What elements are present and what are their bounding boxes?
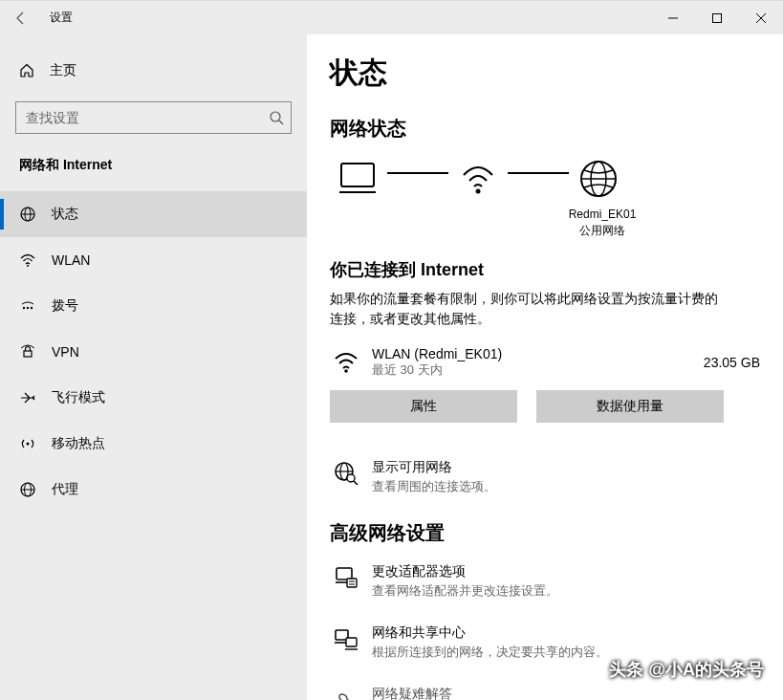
troubleshoot-link[interactable]: 网络疑难解答 <box>330 686 760 700</box>
content: 状态 网络状态 Redmi_EK01 公用网络 你已连接到 Internet 如… <box>307 34 783 700</box>
vpn-icon <box>19 343 36 361</box>
sidebar-item-label: 飞行模式 <box>52 389 105 406</box>
connection-recent: 最近 30 天内 <box>372 361 704 379</box>
svg-point-9 <box>27 265 29 267</box>
sidebar-nav: 状态 WLAN 拨号 VPN <box>0 191 307 513</box>
svg-rect-37 <box>346 638 357 646</box>
maximize-button[interactable] <box>695 1 739 35</box>
router-wifi-icon <box>454 160 502 198</box>
properties-button[interactable]: 属性 <box>330 390 517 423</box>
data-usage-button[interactable]: 数据使用量 <box>536 390 724 423</box>
show-networks-desc: 查看周围的连接选项。 <box>372 478 496 495</box>
connection-row: WLAN (Redmi_EK01) 最近 30 天内 23.05 GB <box>330 346 760 379</box>
close-button[interactable] <box>739 1 783 35</box>
troubleshoot-title: 网络疑难解答 <box>372 686 452 700</box>
svg-point-4 <box>271 112 280 121</box>
sidebar-item-label: 拨号 <box>52 297 78 315</box>
back-button[interactable] <box>0 1 42 35</box>
diagram-ssid: Redmi_EK01 <box>445 207 760 223</box>
proxy-icon <box>19 481 36 498</box>
svg-line-5 <box>279 120 283 124</box>
svg-point-14 <box>27 443 30 446</box>
globe-search-icon <box>330 459 362 486</box>
svg-point-20 <box>476 189 481 194</box>
sidebar-item-label: WLAN <box>52 252 90 268</box>
sidebar-item-wlan[interactable]: WLAN <box>0 237 307 283</box>
sharing-center-link[interactable]: 网络和共享中心 根据所连接到的网络，决定要共享的内容。 <box>330 624 760 661</box>
section-advanced: 高级网络设置 <box>330 520 760 546</box>
search-wrap <box>15 101 292 134</box>
connection-name: WLAN (Redmi_EK01) <box>372 346 704 361</box>
adapter-icon <box>330 563 362 590</box>
search-icon <box>269 110 284 125</box>
svg-point-10 <box>23 307 25 309</box>
svg-rect-32 <box>347 579 357 587</box>
search-input[interactable] <box>15 101 292 134</box>
sharing-desc: 根据所连接到的网络，决定要共享的内容。 <box>372 644 608 661</box>
sidebar-home[interactable]: 主页 <box>0 52 307 90</box>
troubleshoot-icon <box>330 686 362 700</box>
section-network-status: 网络状态 <box>330 116 760 142</box>
connection-usage: 23.05 GB <box>704 355 760 370</box>
wifi-icon <box>19 252 36 269</box>
hotspot-icon <box>19 435 36 452</box>
svg-point-12 <box>31 307 33 309</box>
sidebar: 主页 网络和 Internet 状态 WLAN <box>0 34 307 700</box>
pc-icon <box>334 160 381 198</box>
sidebar-home-label: 主页 <box>50 62 76 79</box>
connected-desc: 如果你的流量套餐有限制，则你可以将此网络设置为按流量计费的连接，或者更改其他属性… <box>330 289 722 329</box>
sidebar-item-status[interactable]: 状态 <box>0 191 307 237</box>
sidebar-item-hotspot[interactable]: 移动热点 <box>0 421 307 467</box>
sidebar-item-proxy[interactable]: 代理 <box>0 467 307 513</box>
adapter-title: 更改适配器选项 <box>372 563 558 580</box>
sidebar-item-label: 移动热点 <box>52 435 105 452</box>
sidebar-item-dialup[interactable]: 拨号 <box>0 283 307 329</box>
globe-icon <box>575 159 622 199</box>
adapter-options-link[interactable]: 更改适配器选项 查看网络适配器并更改连接设置。 <box>330 563 760 600</box>
window-title: 设置 <box>50 10 73 26</box>
adapter-desc: 查看网络适配器并更改连接设置。 <box>372 582 558 600</box>
sharing-title: 网络和共享中心 <box>372 624 608 642</box>
page-title: 状态 <box>330 54 760 93</box>
connector <box>387 172 448 174</box>
home-icon <box>19 63 34 78</box>
diagram-profile: 公用网络 <box>445 223 760 239</box>
sidebar-category: 网络和 Internet <box>0 157 307 174</box>
svg-line-29 <box>354 481 358 485</box>
svg-rect-1 <box>713 14 722 23</box>
svg-point-11 <box>27 307 29 309</box>
dialup-icon <box>19 297 36 315</box>
status-icon <box>19 206 36 223</box>
diagram-labels: Redmi_EK01 公用网络 <box>445 207 760 239</box>
svg-rect-13 <box>24 351 32 357</box>
svg-rect-30 <box>337 568 352 580</box>
svg-rect-18 <box>341 164 374 186</box>
wifi-icon <box>330 351 362 374</box>
sidebar-item-vpn[interactable]: VPN <box>0 329 307 375</box>
show-networks-title: 显示可用网络 <box>372 459 496 476</box>
title-bar: 设置 <box>0 0 783 34</box>
sidebar-item-label: 代理 <box>52 481 78 498</box>
sidebar-item-airplane[interactable]: 飞行模式 <box>0 375 307 421</box>
sidebar-item-label: VPN <box>52 344 79 360</box>
connected-heading: 你已连接到 Internet <box>330 258 760 281</box>
show-networks-link[interactable]: 显示可用网络 查看周围的连接选项。 <box>330 459 760 495</box>
connector <box>508 172 569 174</box>
sidebar-item-label: 状态 <box>52 206 78 223</box>
airplane-icon <box>19 389 36 406</box>
sharing-icon <box>330 624 362 651</box>
network-diagram <box>334 159 760 199</box>
svg-point-28 <box>347 474 355 482</box>
svg-point-24 <box>344 369 348 373</box>
minimize-button[interactable] <box>651 1 695 35</box>
